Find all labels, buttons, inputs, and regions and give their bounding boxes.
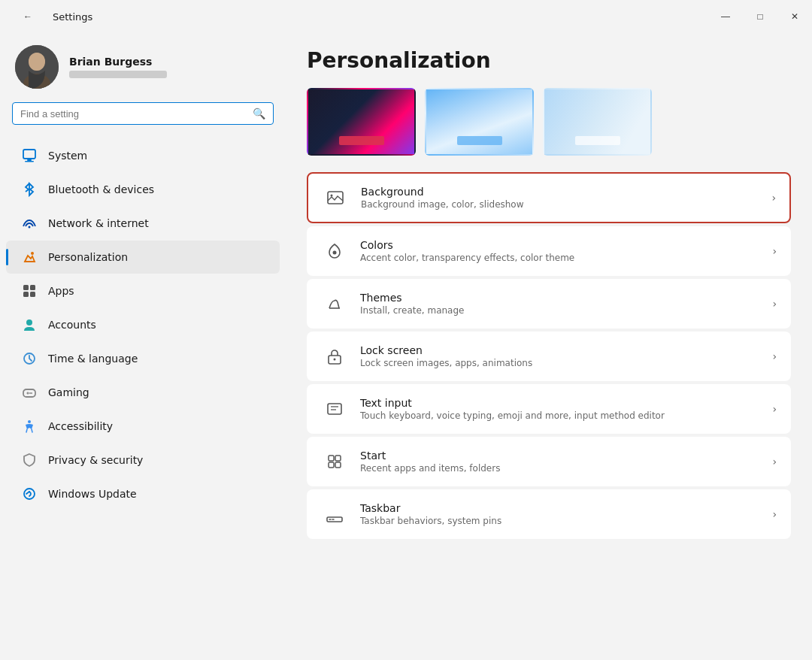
svg-rect-32 bbox=[335, 462, 341, 468]
search-icon: 🔍 bbox=[253, 107, 265, 120]
sidebar-item-label: Windows Update bbox=[48, 488, 137, 500]
taskbar-chevron: › bbox=[772, 508, 777, 520]
settings-item-taskbar[interactable]: Taskbar Taskbar behaviors, system pins › bbox=[307, 489, 791, 539]
textinput-desc: Touch keyboard, voice typing, emoji and … bbox=[360, 410, 760, 421]
svg-point-13 bbox=[26, 319, 32, 325]
start-desc: Recent apps and items, folders bbox=[360, 463, 760, 474]
sidebar-item-privacy[interactable]: Privacy & security bbox=[6, 444, 280, 477]
colors-icon bbox=[321, 238, 348, 265]
sidebar-item-label: Accessibility bbox=[48, 420, 113, 432]
themes-title: Themes bbox=[360, 292, 760, 304]
sidebar-item-accounts[interactable]: Accounts bbox=[6, 308, 280, 341]
back-button[interactable]: ← bbox=[11, 5, 45, 29]
taskbar-icon bbox=[321, 501, 348, 528]
colors-desc: Accent color, transparency effects, colo… bbox=[360, 253, 760, 263]
sidebar-item-label: Privacy & security bbox=[48, 454, 143, 466]
back-icon: ← bbox=[23, 11, 32, 22]
taskbar-title: Taskbar bbox=[360, 502, 760, 514]
maximize-button[interactable]: □ bbox=[743, 5, 777, 29]
start-chevron: › bbox=[772, 456, 777, 468]
settings-item-background[interactable]: Background Background image, color, slid… bbox=[307, 172, 791, 223]
sidebar-item-accessibility[interactable]: Accessibility bbox=[6, 410, 280, 443]
svg-rect-6 bbox=[25, 161, 34, 162]
svg-rect-26 bbox=[328, 404, 341, 414]
lockscreen-text: Lock screen Lock screen images, apps, an… bbox=[360, 344, 760, 368]
start-icon bbox=[321, 448, 348, 475]
personalization-icon bbox=[21, 249, 38, 265]
lockscreen-icon bbox=[321, 343, 348, 370]
sidebar-item-label: Bluetooth & devices bbox=[48, 183, 154, 195]
settings-item-start[interactable]: Start Recent apps and items, folders › bbox=[307, 437, 791, 486]
svg-rect-9 bbox=[23, 285, 29, 290]
themes-chevron: › bbox=[772, 298, 777, 310]
main-container: Brian Burgess 🔍 System bbox=[0, 30, 812, 660]
theme-thumb-light[interactable] bbox=[425, 88, 534, 156]
settings-item-colors[interactable]: Colors Accent color, transparency effect… bbox=[307, 226, 791, 276]
svg-point-16 bbox=[31, 392, 32, 394]
settings-item-textinput[interactable]: Text input Touch keyboard, voice typing,… bbox=[307, 384, 791, 434]
settings-item-lockscreen[interactable]: Lock screen Lock screen images, apps, an… bbox=[307, 332, 791, 381]
sidebar-item-update[interactable]: Windows Update bbox=[6, 477, 280, 510]
search-input[interactable] bbox=[20, 108, 247, 120]
sidebar-item-system[interactable]: System bbox=[6, 139, 280, 172]
privacy-icon bbox=[21, 452, 38, 468]
thumb-bar-dark bbox=[339, 136, 384, 145]
start-text: Start Recent apps and items, folders bbox=[360, 450, 760, 474]
svg-rect-29 bbox=[329, 456, 334, 461]
titlebar: ← Settings — □ ✕ bbox=[0, 0, 812, 30]
sidebar-item-label: Time & language bbox=[48, 353, 138, 365]
svg-rect-4 bbox=[23, 150, 35, 159]
avatar bbox=[15, 45, 59, 89]
sidebar-item-label: Gaming bbox=[48, 386, 89, 398]
sidebar-item-personalization[interactable]: Personalization bbox=[6, 241, 280, 274]
thumb-bar-light bbox=[457, 136, 502, 145]
colors-chevron: › bbox=[772, 245, 777, 257]
sidebar-item-label: Personalization bbox=[48, 251, 128, 263]
close-button[interactable]: ✕ bbox=[777, 5, 812, 29]
svg-rect-10 bbox=[30, 285, 35, 290]
textinput-chevron: › bbox=[772, 403, 777, 415]
sidebar-item-label: System bbox=[48, 150, 87, 162]
background-icon bbox=[322, 184, 349, 211]
search-box: 🔍 bbox=[12, 102, 274, 125]
start-title: Start bbox=[360, 450, 760, 462]
svg-point-7 bbox=[29, 226, 31, 229]
minimize-button[interactable]: — bbox=[708, 5, 743, 29]
svg-point-22 bbox=[333, 251, 337, 255]
background-text: Background Background image, color, slid… bbox=[361, 186, 759, 210]
lockscreen-desc: Lock screen images, apps, animations bbox=[360, 358, 760, 368]
sidebar-item-network[interactable]: Network & internet bbox=[6, 207, 280, 240]
textinput-text: Text input Touch keyboard, voice typing,… bbox=[360, 397, 760, 421]
sidebar-item-bluetooth[interactable]: Bluetooth & devices bbox=[6, 173, 280, 206]
user-name: Brian Burgess bbox=[69, 56, 167, 68]
sidebar: Brian Burgess 🔍 System bbox=[0, 30, 286, 660]
settings-item-themes[interactable]: Themes Install, create, manage › bbox=[307, 279, 791, 328]
titlebar-left: ← Settings bbox=[0, 5, 92, 29]
svg-point-25 bbox=[334, 359, 336, 361]
maximize-icon: □ bbox=[757, 11, 762, 22]
apps-icon bbox=[21, 283, 38, 299]
theme-thumb-dark[interactable] bbox=[307, 88, 416, 156]
sidebar-item-time[interactable]: Time & language bbox=[6, 342, 280, 375]
user-profile: Brian Burgess bbox=[0, 38, 286, 102]
themes-icon bbox=[321, 290, 348, 317]
lockscreen-chevron: › bbox=[772, 350, 777, 362]
taskbar-desc: Taskbar behaviors, system pins bbox=[360, 516, 760, 526]
textinput-title: Text input bbox=[360, 397, 760, 409]
svg-rect-31 bbox=[329, 462, 334, 468]
sidebar-item-apps[interactable]: Apps bbox=[6, 274, 280, 307]
sidebar-item-label: Accounts bbox=[48, 319, 96, 331]
taskbar-text: Taskbar Taskbar behaviors, system pins bbox=[360, 502, 760, 526]
content-area: Personalization Background Back bbox=[286, 30, 812, 660]
user-email-placeholder bbox=[69, 71, 167, 78]
colors-title: Colors bbox=[360, 239, 760, 251]
sidebar-item-label: Apps bbox=[48, 285, 74, 297]
theme-thumb-windows[interactable] bbox=[543, 88, 652, 156]
bluetooth-icon bbox=[21, 181, 38, 198]
close-icon: ✕ bbox=[791, 11, 798, 22]
time-icon bbox=[21, 350, 38, 367]
sidebar-item-gaming[interactable]: Gaming bbox=[6, 376, 280, 409]
svg-point-21 bbox=[331, 195, 333, 197]
network-icon bbox=[21, 215, 38, 232]
system-icon bbox=[21, 147, 38, 164]
